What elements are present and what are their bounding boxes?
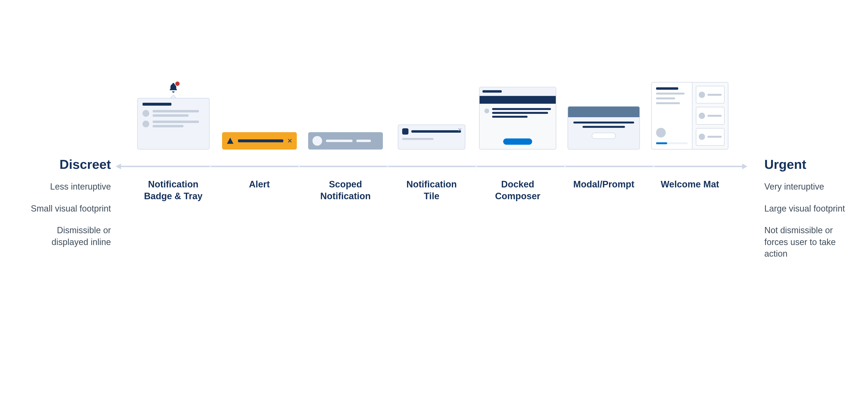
axis-arrow-right-icon <box>742 163 747 169</box>
discreet-column: Discreet Less interuptive Small visual f… <box>24 157 111 258</box>
close-icon: ✕ <box>287 138 292 144</box>
progress-bar-icon <box>656 142 688 144</box>
mockup-welcome-mat <box>647 63 733 159</box>
axis-line <box>121 166 742 167</box>
avatar-icon <box>656 128 666 138</box>
discreet-heading: Discreet <box>24 157 111 172</box>
discreet-trait-3: Dismissible or displayed inline <box>24 224 111 248</box>
mockup-modal-prompt <box>561 63 647 159</box>
urgent-trait-2: Large visual footprint <box>764 203 851 215</box>
spectrum-diagram: Discreet Less interuptive Small visual f… <box>0 0 868 397</box>
mockup-notification-badge-tray <box>130 63 216 159</box>
label-notification-badge-tray: Notification Badge & Tray <box>130 179 216 202</box>
mockup-docked-composer <box>475 63 561 159</box>
urgent-trait-3: Not dismissible or forces user to take a… <box>764 224 851 260</box>
warning-triangle-icon <box>226 137 234 145</box>
label-alert: Alert <box>216 179 302 202</box>
urgent-heading: Urgent <box>764 157 851 172</box>
label-notification-tile: Notification Tile <box>389 179 474 202</box>
spectrum-axis <box>116 164 747 169</box>
mockup-notification-tile: ✕ <box>389 63 474 159</box>
notification-tray-panel <box>137 98 210 150</box>
axis-arrow-left-icon <box>116 163 121 169</box>
status-circle-icon <box>312 136 322 146</box>
label-modal-prompt: Modal/Prompt <box>561 179 647 202</box>
primary-button-icon <box>503 139 532 145</box>
discreet-trait-2: Small visual footprint <box>24 203 111 215</box>
mockup-alert: ✕ <box>216 63 302 159</box>
mockup-scoped-notification <box>302 63 389 159</box>
component-mockups: ✕ ✕ <box>130 63 733 159</box>
notification-badge-dot-icon <box>175 81 180 86</box>
component-labels: Notification Badge & Tray Alert Scoped N… <box>130 179 733 202</box>
app-icon <box>402 128 408 134</box>
bell-icon <box>167 82 179 94</box>
pill-button-icon <box>592 133 616 139</box>
urgent-column: Urgent Very interuptive Large visual foo… <box>764 157 851 270</box>
urgent-trait-1: Very interuptive <box>764 181 851 193</box>
close-icon: ✕ <box>458 127 462 133</box>
label-docked-composer: Docked Composer <box>475 179 561 202</box>
label-scoped-notification: Scoped Notification <box>302 179 389 202</box>
label-welcome-mat: Welcome Mat <box>647 179 733 202</box>
discreet-trait-1: Less interuptive <box>24 181 111 193</box>
